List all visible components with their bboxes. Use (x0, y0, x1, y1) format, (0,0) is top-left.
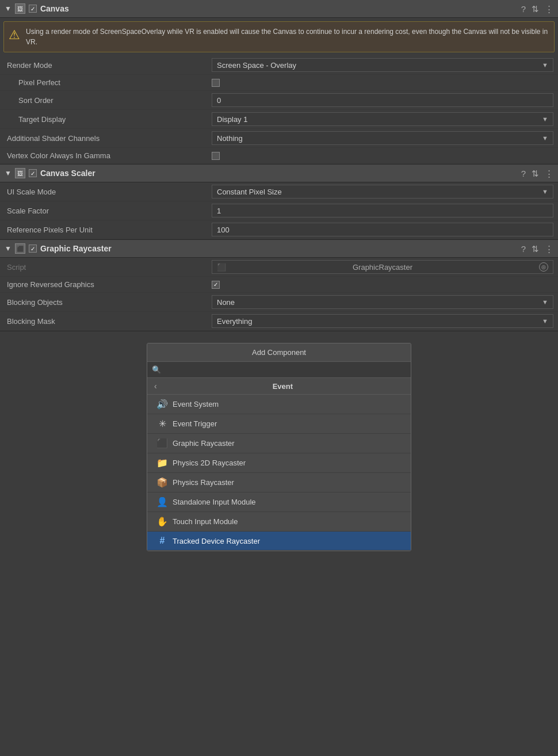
add-component-title: Add Component (147, 343, 411, 362)
canvas-panel: ▼ 🖼 Canvas ? ⇅ ⋮ ⚠ Using a render mode o… (0, 0, 558, 165)
ignore-reversed-row: Ignore Reversed Graphics (0, 277, 558, 293)
target-display-dropdown[interactable]: Display 1 ▼ (212, 112, 553, 126)
menu-item-graphic-raycaster[interactable]: ⬛ Graphic Raycaster (147, 434, 411, 453)
graphic-raycaster-title: Graphic Raycaster (40, 244, 518, 253)
scaler-collapse-triangle[interactable]: ▼ (5, 169, 12, 177)
script-label: Script (5, 263, 212, 272)
render-mode-dropdown[interactable]: Screen Space - Overlay ▼ (212, 58, 553, 72)
vertex-color-checkbox[interactable] (212, 152, 220, 160)
graphic-raycaster-header: ▼ ⬛ Graphic Raycaster ? ⇅ ⋮ (0, 240, 558, 258)
vertex-color-label: Vertex Color Always In Gamma (5, 151, 212, 160)
graphic-raycaster-panel: ▼ ⬛ Graphic Raycaster ? ⇅ ⋮ Script ⬛ Gra… (0, 240, 558, 331)
scaler-enabled-checkbox[interactable] (29, 169, 37, 177)
ref-pixels-label: Reference Pixels Per Unit (5, 226, 212, 234)
physics-raycaster-label: Physics Raycaster (173, 478, 234, 487)
blocking-mask-row: Blocking Mask Everything ▼ (0, 312, 558, 331)
raycaster-help-icon[interactable]: ? (521, 245, 526, 253)
pixel-perfect-row: Pixel Perfect (0, 75, 558, 91)
vertex-color-row: Vertex Color Always In Gamma (0, 148, 558, 164)
canvas-warning-banner: ⚠ Using a render mode of ScreenSpaceOver… (3, 21, 555, 52)
scale-factor-row: Scale Factor (0, 201, 558, 220)
ui-scale-mode-arrow: ▼ (542, 188, 548, 195)
raycaster-enabled-checkbox[interactable] (29, 245, 37, 253)
scaler-component-icon: 🖼 (15, 168, 25, 178)
scaler-panel-icons: ? ⇅ ⋮ (521, 169, 553, 178)
canvas-enabled-checkbox[interactable] (29, 5, 37, 13)
ui-scale-mode-value: Constant Pixel Size ▼ (212, 185, 553, 198)
tracked-device-icon: # (156, 536, 168, 546)
raycaster-collapse-triangle[interactable]: ▼ (5, 245, 12, 253)
blocking-objects-dropdown[interactable]: None ▼ (212, 295, 553, 309)
canvas-panel-icons: ? ⇅ ⋮ (521, 5, 553, 13)
tracked-device-label: Tracked Device Raycaster (173, 537, 260, 545)
render-mode-value: Screen Space - Overlay ▼ (212, 58, 553, 72)
graphic-raycaster-menu-icon: ⬛ (156, 438, 168, 449)
standalone-input-icon: 👤 (156, 497, 168, 507)
menu-item-physics-raycaster[interactable]: 📦 Physics Raycaster (147, 473, 411, 492)
blocking-mask-dropdown[interactable]: Everything ▼ (212, 314, 553, 328)
sort-order-value (212, 93, 553, 107)
menu-item-event-trigger[interactable]: ✳ Event Trigger (147, 414, 411, 434)
render-mode-label: Render Mode (5, 61, 212, 70)
graphic-raycaster-menu-label: Graphic Raycaster (173, 439, 235, 448)
ui-scale-mode-label: UI Scale Mode (5, 188, 212, 196)
touch-input-icon: ✋ (156, 516, 168, 527)
category-title: Event (162, 382, 404, 391)
menu-item-tracked-device[interactable]: # Tracked Device Raycaster (147, 532, 411, 551)
blocking-mask-label: Blocking Mask (5, 317, 212, 326)
shader-channels-value: Nothing ▼ (212, 131, 553, 145)
ignore-reversed-value (212, 281, 553, 289)
ref-pixels-row: Reference Pixels Per Unit (0, 220, 558, 239)
canvas-component-icon: 🖼 (15, 3, 25, 14)
ref-pixels-value (212, 223, 553, 236)
search-row: 🔍 (147, 362, 411, 378)
canvas-scaler-title: Canvas Scaler (40, 169, 518, 178)
menu-item-physics-2d-raycaster[interactable]: 📁 Physics 2D Raycaster (147, 453, 411, 473)
pixel-perfect-value (212, 79, 553, 87)
scaler-help-icon[interactable]: ? (521, 169, 526, 178)
target-display-label: Target Display (5, 115, 212, 124)
scale-factor-label: Scale Factor (5, 207, 212, 215)
raycaster-settings-icon[interactable]: ⇅ (532, 245, 539, 253)
ui-scale-mode-dropdown[interactable]: Constant Pixel Size ▼ (212, 185, 553, 198)
scale-factor-value (212, 204, 553, 217)
ui-scale-mode-row: UI Scale Mode Constant Pixel Size ▼ (0, 182, 558, 201)
script-target-icon[interactable]: ◎ (539, 262, 548, 272)
canvas-collapse-triangle[interactable]: ▼ (5, 5, 12, 13)
sort-order-row: Sort Order (0, 91, 558, 110)
canvas-more-icon[interactable]: ⋮ (545, 5, 553, 13)
canvas-settings-icon[interactable]: ⇅ (532, 5, 539, 13)
shader-channels-label: Additional Shader Channels (5, 134, 212, 143)
menu-item-event-system[interactable]: 🔊 Event System (147, 395, 411, 414)
shader-channels-dropdown[interactable]: Nothing ▼ (212, 131, 553, 145)
sort-order-input[interactable] (212, 93, 553, 107)
script-value: ⬛ GraphicRaycaster ◎ (212, 260, 553, 274)
blocking-objects-label: Blocking Objects (5, 298, 212, 307)
add-component-area: Add Component 🔍 ‹ Event 🔊 Event System ✳… (0, 331, 558, 557)
canvas-panel-title: Canvas (40, 4, 518, 13)
physics-2d-label: Physics 2D Raycaster (173, 459, 246, 467)
scaler-more-icon[interactable]: ⋮ (545, 169, 553, 178)
event-system-icon: 🔊 (156, 399, 168, 410)
category-row: ‹ Event (147, 378, 411, 395)
raycaster-more-icon[interactable]: ⋮ (545, 245, 553, 253)
ref-pixels-input[interactable] (212, 223, 553, 236)
script-row: Script ⬛ GraphicRaycaster ◎ (0, 258, 558, 277)
back-arrow-icon[interactable]: ‹ (154, 381, 157, 391)
event-system-label: Event System (173, 400, 219, 408)
scale-factor-input[interactable] (212, 204, 553, 217)
raycaster-component-icon: ⬛ (15, 243, 25, 254)
menu-item-touch-input[interactable]: ✋ Touch Input Module (147, 512, 411, 532)
shader-channels-row: Additional Shader Channels Nothing ▼ (0, 129, 558, 148)
raycaster-panel-icons: ? ⇅ ⋮ (521, 245, 553, 253)
physics-raycaster-icon: 📦 (156, 477, 168, 488)
menu-item-standalone-input[interactable]: 👤 Standalone Input Module (147, 492, 411, 512)
target-display-value: Display 1 ▼ (212, 112, 553, 126)
ignore-reversed-checkbox[interactable] (212, 281, 220, 289)
scaler-settings-icon[interactable]: ⇅ (532, 169, 539, 178)
canvas-help-icon[interactable]: ? (521, 5, 526, 13)
pixel-perfect-checkbox[interactable] (212, 79, 220, 87)
search-input[interactable] (165, 365, 406, 374)
touch-input-label: Touch Input Module (173, 517, 238, 526)
vertex-color-value (212, 152, 553, 160)
